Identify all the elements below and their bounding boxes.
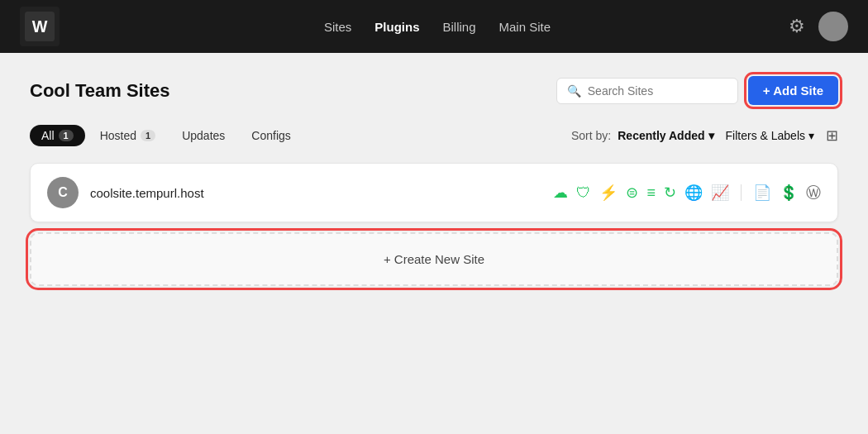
sort-label: Sort by: <box>571 129 611 142</box>
page-icon[interactable]: 📄 <box>753 185 771 200</box>
create-new-site-card[interactable]: + Create New Site <box>30 232 838 286</box>
svg-text:W: W <box>32 17 48 36</box>
globe-icon[interactable]: 🌐 <box>684 185 703 200</box>
nav-main-site[interactable]: Main Site <box>499 20 551 34</box>
filter-labels-text: Filters & Labels <box>726 129 805 142</box>
chevron-down-icon: ▾ <box>808 129 814 142</box>
lightning-icon[interactable]: ⚡ <box>599 185 618 200</box>
tab-configs-label: Configs <box>251 129 290 142</box>
search-icon: 🔍 <box>567 84 581 98</box>
filter-labels-button[interactable]: Filters & Labels ▾ <box>726 129 814 142</box>
layers-icon[interactable]: ≡ <box>646 185 656 200</box>
tab-hosted-label: Hosted <box>100 129 136 142</box>
navbar-right: ⚙ <box>789 12 848 41</box>
site-avatar: C <box>47 177 79 208</box>
wordpress-icon[interactable]: Ⓦ <box>806 185 821 200</box>
tab-hosted[interactable]: Hosted 1 <box>88 125 167 146</box>
nav-sites[interactable]: Sites <box>324 20 351 34</box>
nav-billing[interactable]: Billing <box>442 20 475 34</box>
filter-row: All 1 Hosted 1 Updates Configs Sort by: … <box>30 125 838 146</box>
header-row: Cool Team Sites 🔍 + Add Site <box>30 76 838 105</box>
nav-plugins[interactable]: Plugins <box>374 20 419 34</box>
logo[interactable]: W <box>20 7 60 46</box>
site-icons: ☁ 🛡 ⚡ ⊜ ≡ ↻ 🌐 📈 📄 💲 Ⓦ <box>553 184 821 201</box>
icon-divider <box>741 184 742 201</box>
add-site-button[interactable]: + Add Site <box>748 76 838 105</box>
cloud-icon[interactable]: ☁ <box>553 185 568 200</box>
tab-updates[interactable]: Updates <box>170 125 236 146</box>
create-new-site-label: + Create New Site <box>384 252 484 266</box>
tab-all-badge: 1 <box>59 130 74 141</box>
sort-value: Recently Added <box>618 129 704 142</box>
sort-group: Sort by: Recently Added ▾ <box>571 129 714 142</box>
page-title: Cool Team Sites <box>30 80 170 102</box>
stack-icon[interactable]: ⊜ <box>626 185 638 200</box>
search-input[interactable] <box>588 84 727 98</box>
chevron-down-icon: ▾ <box>708 129 714 142</box>
chart-icon[interactable]: 📈 <box>711 185 729 200</box>
tab-all-label: All <box>41 129 55 142</box>
site-card[interactable]: C coolsite.tempurl.host ☁ 🛡 ⚡ ⊜ ≡ ↻ 🌐 📈 … <box>30 163 838 222</box>
tab-updates-label: Updates <box>182 129 225 142</box>
sync-icon[interactable]: ↻ <box>664 185 676 200</box>
tab-all[interactable]: All 1 <box>30 125 85 146</box>
sort-dropdown[interactable]: Recently Added ▾ <box>618 129 713 142</box>
header-actions: 🔍 + Add Site <box>556 76 838 105</box>
main-content: Cool Team Sites 🔍 + Add Site All 1 Hoste… <box>0 53 868 309</box>
navbar-links: Sites Plugins Billing Main Site <box>86 20 789 34</box>
user-avatar[interactable] <box>818 12 848 41</box>
tab-configs[interactable]: Configs <box>240 125 302 146</box>
navbar: W Sites Plugins Billing Main Site ⚙ <box>0 0 868 53</box>
tab-hosted-badge: 1 <box>141 130 155 141</box>
dollar-icon[interactable]: 💲 <box>780 185 798 200</box>
shield-icon[interactable]: 🛡 <box>576 185 591 200</box>
settings-icon[interactable]: ⚙ <box>789 16 805 37</box>
grid-view-icon[interactable]: ⊞ <box>826 126 838 145</box>
search-box[interactable]: 🔍 <box>556 78 738 104</box>
site-name: coolsite.tempurl.host <box>90 186 553 200</box>
